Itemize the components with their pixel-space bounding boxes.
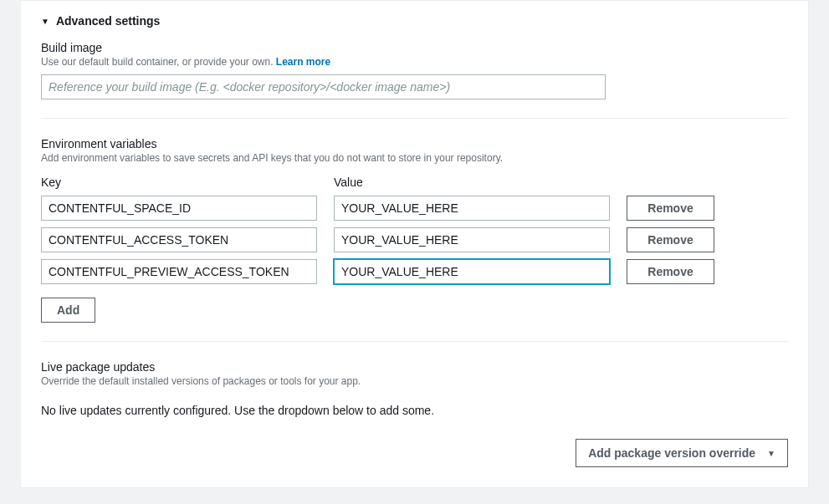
env-vars-heading: Environment variables [41,137,788,150]
env-vars-section: Environment variables Add environment va… [41,137,788,323]
divider [41,341,788,342]
env-var-row: Remove [41,227,788,252]
advanced-settings-toggle[interactable]: ▼ Advanced settings [41,14,788,38]
env-vars-header-row: Key Value [41,176,788,189]
live-package-section: Live package updates Override the defaul… [41,360,788,467]
build-image-input[interactable] [41,74,606,99]
build-image-section: Build image Use our default build contai… [41,41,788,99]
advanced-settings-title: Advanced settings [56,14,160,28]
live-package-heading: Live package updates [41,360,788,374]
env-var-row: Remove [41,196,788,221]
add-package-override-button[interactable]: Add package version override ▼ [576,439,788,467]
env-value-input[interactable] [334,259,610,284]
env-value-input[interactable] [334,196,610,221]
add-button[interactable]: Add [41,298,95,323]
package-override-row: Add package version override ▼ [41,439,788,467]
live-package-empty: No live updates currently configured. Us… [41,404,788,417]
env-key-input[interactable] [41,196,317,221]
live-package-help: Override the default installed versions … [41,375,788,387]
env-vars-help: Add environment variables to save secret… [41,152,788,164]
env-var-row: Remove [41,259,788,284]
footer-actions: Cancel Previous Next [0,488,829,504]
remove-button[interactable]: Remove [627,259,714,284]
chevron-down-icon: ▼ [41,17,49,26]
add-package-override-label: Add package version override [588,446,755,460]
chevron-down-icon: ▼ [767,449,775,458]
env-value-column-label: Value [334,176,610,189]
remove-button[interactable]: Remove [627,196,714,221]
learn-more-link[interactable]: Learn more [276,56,330,68]
env-key-column-label: Key [41,176,317,189]
env-key-input[interactable] [41,227,317,252]
env-key-input[interactable] [41,259,317,284]
env-value-input[interactable] [334,227,610,252]
build-image-help: Use our default build container, or prov… [41,56,788,68]
advanced-settings-panel: ▼ Advanced settings Build image Use our … [20,0,809,488]
build-image-label: Build image [41,41,788,54]
remove-button[interactable]: Remove [627,227,714,252]
divider [41,118,788,119]
